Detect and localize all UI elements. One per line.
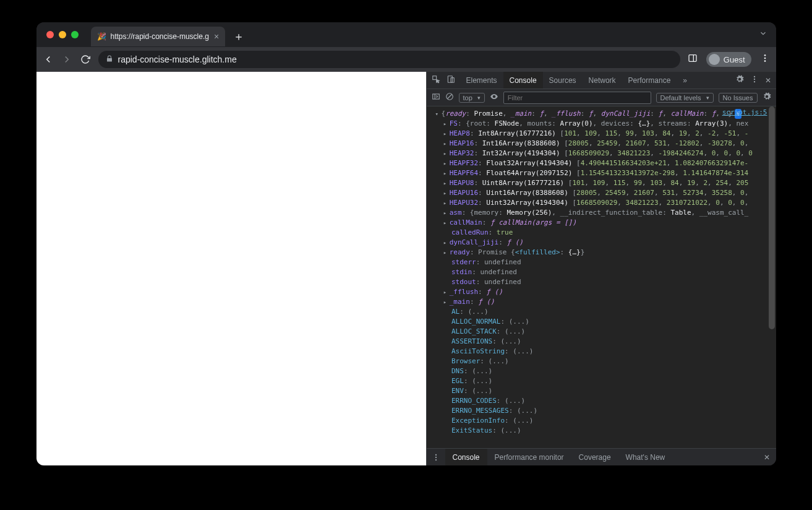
avatar-icon (709, 54, 720, 65)
page-viewport[interactable] (36, 72, 426, 465)
expand-triangle-icon[interactable] (443, 238, 450, 248)
expand-triangle-icon[interactable] (435, 109, 442, 119)
expand-triangle-icon[interactable] (443, 178, 450, 188)
drawer-tab-console[interactable]: Console (445, 449, 487, 465)
expand-triangle-icon[interactable] (443, 208, 450, 218)
console-row[interactable]: Browser: (...) (427, 357, 776, 366)
tab-console[interactable]: Console (503, 72, 543, 89)
console-row[interactable]: _fflush: ƒ () (427, 287, 776, 297)
settings-gear-icon[interactable] (735, 75, 744, 85)
console-row[interactable]: EGL: (...) (427, 376, 776, 386)
drawer-tab-coverage[interactable]: Coverage (571, 449, 618, 465)
live-expression-icon[interactable] (490, 92, 498, 103)
console-row[interactable]: ExitStatus: (...) (427, 426, 776, 436)
console-row[interactable]: ready: Promise {<fulfilled>: {…}} (427, 248, 776, 257)
console-row[interactable]: ASSERTIONS: (...) (427, 337, 776, 347)
console-row[interactable]: HEAP8: Int8Array(16777216) [101, 109, 11… (427, 129, 776, 139)
lock-icon (106, 55, 113, 64)
reload-button[interactable] (80, 54, 91, 65)
console-row[interactable]: AsciiToString: (...) (427, 347, 776, 357)
close-window-button[interactable] (46, 31, 54, 38)
console-row[interactable]: HEAP16: Int16Array(8388608) [28005, 2545… (427, 139, 776, 149)
console-row[interactable]: dynCall_jiji: ƒ () (427, 238, 776, 248)
profile-chip[interactable]: Guest (706, 52, 751, 67)
console-row[interactable]: FS: {root: FSNode, mounts: Array(0), dev… (427, 119, 776, 129)
console-row[interactable]: HEAP32: Int32Array(4194304) [1668509029,… (427, 149, 776, 158)
console-row[interactable]: stdout: undefined (427, 277, 776, 287)
maximize-window-button[interactable] (71, 31, 79, 38)
console-row[interactable]: callMain: ƒ callMain(args = []) (427, 218, 776, 228)
expand-triangle-icon[interactable] (443, 139, 450, 149)
forward-button[interactable] (61, 54, 72, 65)
close-devtools-button[interactable]: ✕ (765, 76, 771, 85)
execution-context-selector[interactable]: top (459, 93, 485, 103)
tab-network[interactable]: Network (583, 72, 622, 89)
new-tab-button[interactable]: ＋ (230, 29, 247, 44)
drawer-menu-icon[interactable] (427, 449, 445, 465)
back-button[interactable] (43, 54, 54, 65)
console-row[interactable]: HEAPF32: Float32Array(4194304) [4.490441… (427, 158, 776, 168)
console-row[interactable]: asm: {memory: Memory(256), __indirect_fu… (427, 208, 776, 218)
console-row[interactable]: ALLOC_STACK: (...) (427, 327, 776, 337)
svg-point-8 (753, 76, 754, 77)
drawer-tab-whats-new[interactable]: What's New (618, 449, 673, 465)
drawer-tab-performance-monitor[interactable]: Performance monitor (487, 449, 571, 465)
side-panel-icon[interactable] (688, 53, 698, 66)
address-bar[interactable]: rapid-concise-muscle.glitch.me (98, 51, 680, 68)
tab-elements[interactable]: Elements (460, 72, 503, 89)
console-row[interactable]: calledRun: true (427, 228, 776, 238)
toolbar-right: Guest (688, 52, 770, 67)
console-row[interactable]: AL: (...) (427, 307, 776, 317)
svg-point-2 (764, 54, 766, 56)
inspect-element-icon[interactable] (432, 75, 440, 85)
drawer-close-button[interactable]: ✕ (758, 449, 776, 465)
console-row[interactable]: stdin: undefined (427, 267, 776, 277)
expand-triangle-icon[interactable] (443, 198, 450, 208)
console-row[interactable]: HEAPU8: Uint8Array(16777216) [101, 109, … (427, 178, 776, 188)
devtools-tabs: Elements Console Sources Network Perform… (427, 72, 776, 89)
console-row[interactable]: HEAPU16: Uint16Array(8388608) [28005, 25… (427, 188, 776, 198)
svg-rect-5 (432, 76, 436, 80)
console-row[interactable]: _main: ƒ () (427, 297, 776, 307)
console-sidebar-toggle-icon[interactable] (432, 92, 440, 103)
tabs-overflow-icon[interactable]: » (677, 72, 693, 89)
console-output[interactable]: script.js:5 {ready: Promise, _main: ƒ, _… (427, 106, 776, 448)
expand-triangle-icon[interactable] (443, 168, 450, 178)
svg-point-10 (753, 81, 754, 82)
expand-triangle-icon[interactable] (443, 248, 450, 257)
console-filter-input[interactable] (503, 92, 651, 104)
close-tab-button[interactable]: × (214, 32, 219, 41)
expand-triangle-icon[interactable] (443, 158, 450, 168)
expand-triangle-icon[interactable] (443, 297, 450, 307)
expand-triangle-icon[interactable] (443, 119, 450, 129)
tab-performance[interactable]: Performance (622, 72, 677, 89)
tab-strip: 🎉 https://rapid-concise-muscle.g × ＋ (36, 22, 776, 47)
devtools-menu-icon[interactable] (750, 75, 759, 85)
console-row[interactable]: ENV: (...) (427, 386, 776, 396)
console-row[interactable]: DNS: (...) (427, 366, 776, 376)
minimize-window-button[interactable] (59, 31, 66, 38)
chrome-menu-button[interactable] (760, 53, 770, 66)
console-row[interactable]: ExceptionInfo: (...) (427, 416, 776, 426)
console-row[interactable]: ERRNO_MESSAGES: (...) (427, 406, 776, 416)
clear-console-icon[interactable] (445, 92, 454, 103)
console-row[interactable]: HEAPU32: Uint32Array(4194304) [166850902… (427, 198, 776, 208)
expand-triangle-icon[interactable] (443, 129, 450, 139)
console-settings-gear-icon[interactable] (763, 92, 771, 103)
console-row[interactable]: ALLOC_NORMAL: (...) (427, 317, 776, 327)
console-scrollbar[interactable] (769, 106, 775, 448)
expand-triangle-icon[interactable] (443, 218, 450, 228)
log-levels-selector[interactable]: Default levels (656, 93, 714, 103)
browser-tab[interactable]: 🎉 https://rapid-concise-muscle.g × (91, 27, 226, 46)
source-link[interactable]: script.js:5 (722, 108, 767, 118)
expand-triangle-icon[interactable] (443, 188, 450, 198)
console-row[interactable]: stderr: undefined (427, 257, 776, 267)
console-row[interactable]: HEAPF64: Float64Array(2097152) [1.154541… (427, 168, 776, 178)
device-toolbar-icon[interactable] (447, 75, 455, 85)
tab-sources[interactable]: Sources (543, 72, 583, 89)
issues-button[interactable]: No Issues (719, 93, 758, 103)
expand-triangle-icon[interactable] (443, 149, 450, 158)
expand-triangle-icon[interactable] (443, 287, 450, 297)
tabs-overflow-button[interactable] (759, 29, 767, 40)
console-row[interactable]: ERRNO_CODES: (...) (427, 396, 776, 406)
